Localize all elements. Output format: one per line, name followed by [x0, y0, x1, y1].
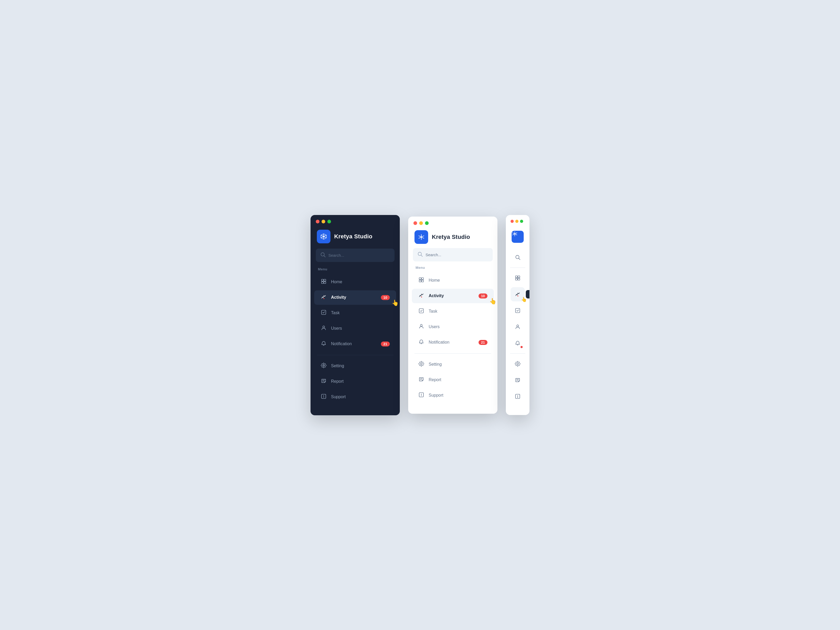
svg-line-14 [325, 295, 326, 296]
activity-label-dark: Activity [331, 295, 377, 300]
icon-divider-middle [510, 353, 525, 354]
minimize-button-light[interactable] [419, 221, 423, 225]
task-label-dark: Task [331, 311, 390, 315]
minimize-button[interactable] [322, 220, 325, 223]
users-icon-dark [321, 325, 327, 332]
sidebar-item-task-dark[interactable]: Task [314, 306, 396, 320]
svg-rect-34 [419, 280, 421, 282]
svg-rect-32 [419, 278, 421, 279]
task-icon-light [418, 308, 425, 315]
report-icon-light [418, 376, 425, 384]
svg-line-65 [519, 293, 520, 294]
cursor-dark: 👆 [392, 300, 399, 306]
sidebar-item-support-dark[interactable]: Support [314, 390, 396, 404]
icon-notification[interactable] [510, 336, 525, 350]
svg-line-36 [420, 295, 420, 297]
icon-report[interactable] [510, 373, 525, 387]
home-label-light: Home [429, 278, 488, 283]
icon-task[interactable] [510, 303, 525, 317]
sidebar-item-notification-light[interactable]: Notification 21 [412, 335, 494, 350]
svg-line-10 [322, 297, 323, 298]
svg-rect-67 [516, 308, 520, 313]
sidebar-item-report-light[interactable]: Report [412, 373, 494, 387]
dark-sidebar-window: Kretya Studio Menu Home [311, 215, 400, 415]
divider-light [414, 353, 491, 354]
sidebar-item-users-light[interactable]: Users [412, 320, 494, 334]
support-label-light: Support [429, 393, 488, 398]
maximize-button-light[interactable] [425, 221, 429, 225]
search-box-dark[interactable] [316, 249, 395, 262]
svg-point-68 [516, 325, 518, 327]
close-button-icon[interactable] [510, 220, 514, 223]
svg-rect-60 [518, 278, 520, 280]
icon-users[interactable] [510, 320, 525, 334]
svg-point-17 [323, 326, 324, 328]
sidebar-item-support-light[interactable]: Support [412, 388, 494, 403]
sidebar-header-dark: Kretya Studio [311, 223, 400, 249]
svg-line-61 [516, 294, 516, 296]
sidebar-item-setting-dark[interactable]: Setting [314, 359, 396, 373]
search-input-light[interactable] [426, 253, 488, 257]
svg-rect-57 [516, 276, 517, 278]
sidebar-item-home-dark[interactable]: Home [314, 275, 396, 289]
icon-support[interactable] [510, 389, 525, 403]
sidebar-item-activity-light[interactable]: Activity 10 👆 [412, 289, 494, 303]
sidebar-item-notification-dark[interactable]: Notification 21 [314, 337, 396, 351]
activity-label-light: Activity [429, 294, 474, 298]
maximize-button-icon[interactable] [520, 220, 523, 223]
sidebar-item-report-dark[interactable]: Report [314, 374, 396, 389]
setting-label-light: Setting [429, 362, 488, 367]
activity-badge-dark: 10 [381, 295, 390, 300]
svg-point-45 [420, 363, 422, 364]
close-button[interactable] [316, 220, 319, 223]
svg-point-70 [517, 363, 518, 365]
svg-line-56 [519, 258, 520, 260]
home-icon-dark [321, 278, 327, 286]
sidebar-item-setting-light[interactable]: Setting [412, 357, 494, 372]
activity-icon-light [418, 292, 425, 300]
sidebar-item-activity-dark[interactable]: Activity 10 👆 [314, 291, 396, 305]
svg-point-29 [420, 236, 422, 238]
icon-divider-top [510, 267, 525, 268]
svg-rect-35 [422, 280, 423, 282]
icon-home[interactable] [510, 271, 525, 285]
light-sidebar-window: Kretya Studio Menu Home [408, 216, 497, 414]
search-box-light[interactable] [413, 248, 493, 261]
activity-badge-light: 10 [478, 294, 488, 298]
svg-line-38 [421, 294, 422, 296]
icon-setting[interactable] [510, 357, 525, 371]
setting-icon-light [418, 361, 425, 368]
minimize-button-icon[interactable] [515, 220, 518, 223]
svg-point-75 [517, 397, 518, 398]
sidebar-item-home-light[interactable]: Home [412, 273, 494, 288]
activity-icon-dark [321, 294, 327, 301]
svg-point-3 [323, 236, 324, 237]
svg-line-63 [517, 293, 518, 295]
support-icon-light [418, 392, 425, 399]
svg-rect-9 [324, 281, 326, 283]
sidebar-item-users-dark[interactable]: Users [314, 321, 396, 336]
report-icon-dark [321, 378, 327, 385]
svg-rect-16 [322, 310, 326, 314]
svg-rect-6 [322, 279, 324, 281]
notification-badge-light: 21 [478, 340, 488, 345]
notification-icon-dark [321, 341, 327, 347]
users-icon-light [418, 324, 425, 330]
notification-dot-icon [521, 346, 523, 348]
sidebar-header-light: Kretya Studio [408, 225, 497, 248]
search-input-dark[interactable] [328, 253, 390, 257]
icon-search[interactable] [510, 250, 525, 264]
setting-label-dark: Setting [331, 363, 390, 368]
traffic-lights-light [408, 216, 497, 225]
svg-point-15 [324, 298, 324, 299]
svg-point-66 [517, 295, 518, 297]
maximize-button[interactable] [327, 220, 331, 223]
support-icon-dark [321, 393, 327, 401]
svg-rect-59 [516, 278, 517, 280]
support-label-dark: Support [331, 395, 390, 399]
svg-point-43 [420, 324, 422, 326]
close-button-light[interactable] [414, 221, 417, 225]
sidebar-item-task-light[interactable]: Task [412, 304, 494, 319]
svg-rect-42 [419, 308, 424, 313]
icon-activity[interactable]: Activity 👆 [510, 287, 525, 302]
